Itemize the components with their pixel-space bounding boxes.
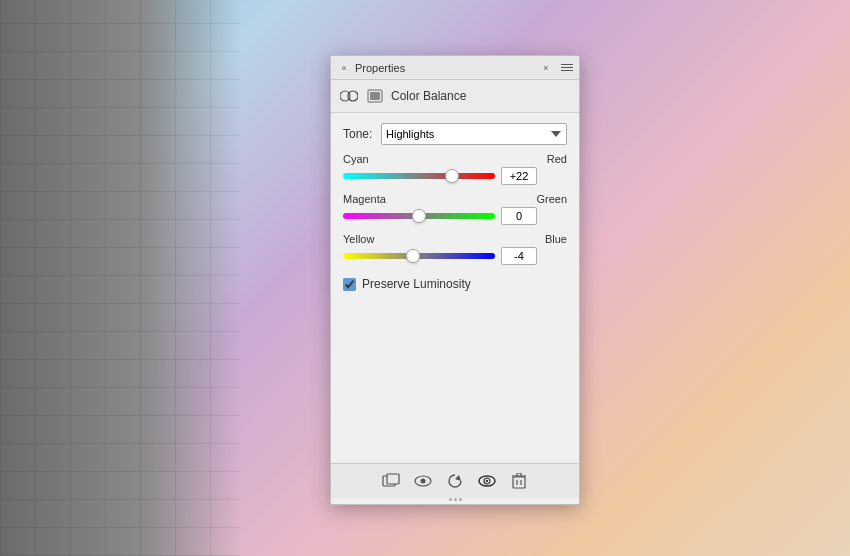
- scroll-dot-1: [449, 498, 452, 501]
- svg-rect-3: [370, 92, 380, 100]
- close-button[interactable]: ×: [539, 61, 553, 75]
- scroll-indicator: [331, 498, 579, 504]
- tone-label: Tone:: [343, 127, 373, 141]
- eye-toggle-button[interactable]: [412, 470, 434, 492]
- visibility-button[interactable]: [476, 470, 498, 492]
- panel-bottom: [331, 463, 579, 504]
- preserve-luminosity-label: Preserve Luminosity: [362, 277, 471, 291]
- preserve-luminosity-row: Preserve Luminosity: [343, 277, 567, 291]
- red-label: Red: [547, 153, 567, 165]
- magenta-green-value: 0: [501, 207, 537, 225]
- green-label: Green: [536, 193, 567, 205]
- properties-panel: « Properties × Color Balance: [330, 55, 580, 505]
- scroll-dot-2: [454, 498, 457, 501]
- tone-select[interactable]: Shadows Midtones Highlights: [381, 123, 567, 145]
- scroll-dot-3: [459, 498, 462, 501]
- magenta-green-slider-container: 0: [343, 207, 567, 225]
- cyan-red-track: [343, 173, 495, 179]
- reset-button[interactable]: [444, 470, 466, 492]
- title-bar-right: ×: [539, 61, 573, 75]
- cyan-red-value: +22: [501, 167, 537, 185]
- yellow-blue-value: -4: [501, 247, 537, 265]
- adjustment-icon: [339, 86, 359, 106]
- castle-tower: [0, 0, 240, 556]
- delete-button[interactable]: [508, 470, 530, 492]
- layer-toolbar: Color Balance: [331, 80, 579, 113]
- magenta-green-slider-row: Magenta Green 0: [343, 193, 567, 225]
- bottom-toolbar: [331, 463, 579, 498]
- panel-content: Tone: Shadows Midtones Highlights Cyan R…: [331, 113, 579, 463]
- magenta-label: Magenta: [343, 193, 386, 205]
- title-bar-left: « Properties: [337, 61, 405, 75]
- cyan-red-slider-row: Cyan Red +22: [343, 153, 567, 185]
- menu-button[interactable]: [557, 61, 573, 75]
- content-spacer: [343, 299, 567, 453]
- tool-name: Color Balance: [391, 89, 466, 103]
- svg-rect-11: [513, 477, 525, 488]
- cyan-red-labels: Cyan Red: [343, 153, 567, 165]
- magenta-green-thumb[interactable]: [412, 209, 426, 223]
- yellow-blue-labels: Yellow Blue: [343, 233, 567, 245]
- blue-label: Blue: [545, 233, 567, 245]
- magenta-green-track-wrap: [343, 208, 495, 224]
- tone-row: Tone: Shadows Midtones Highlights: [343, 123, 567, 145]
- clip-button[interactable]: [380, 470, 402, 492]
- cyan-red-thumb[interactable]: [445, 169, 459, 183]
- magenta-green-labels: Magenta Green: [343, 193, 567, 205]
- yellow-blue-slider-row: Yellow Blue -4: [343, 233, 567, 265]
- cyan-red-track-wrap: [343, 168, 495, 184]
- svg-point-10: [486, 480, 488, 482]
- pin-button[interactable]: «: [337, 61, 351, 75]
- cyan-red-slider-container: +22: [343, 167, 567, 185]
- yellow-blue-thumb[interactable]: [406, 249, 420, 263]
- yellow-blue-slider-container: -4: [343, 247, 567, 265]
- yellow-label: Yellow: [343, 233, 374, 245]
- svg-point-7: [421, 479, 426, 484]
- svg-rect-5: [387, 474, 399, 484]
- cyan-label: Cyan: [343, 153, 369, 165]
- layer-icon: [365, 86, 385, 106]
- preserve-luminosity-checkbox[interactable]: [343, 278, 356, 291]
- title-bar: « Properties ×: [331, 56, 579, 80]
- panel-title: Properties: [355, 62, 405, 74]
- yellow-blue-track-wrap: [343, 248, 495, 264]
